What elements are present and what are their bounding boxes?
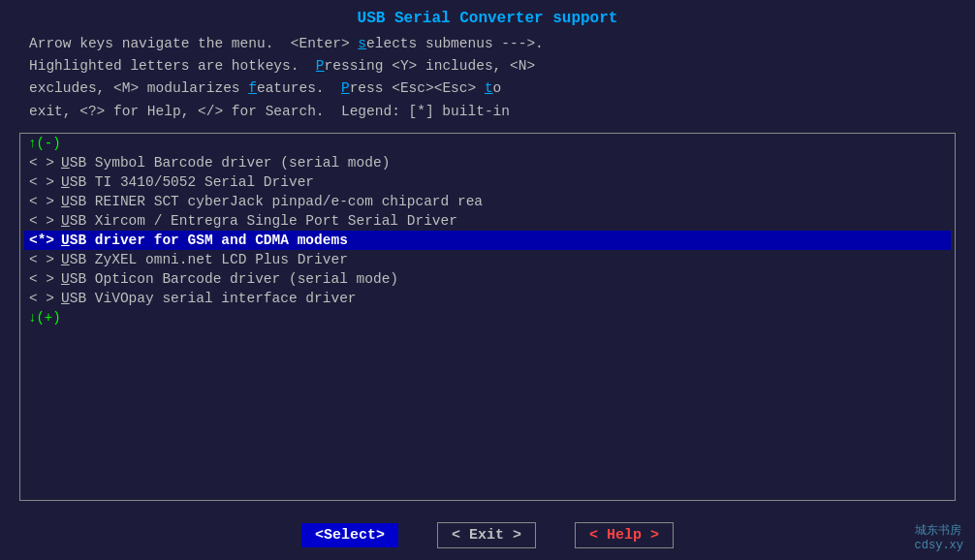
item-label: USB Xircom / Entregra Single Port Serial…: [61, 213, 457, 229]
scroll-top-indicator: ↑(-): [20, 134, 955, 153]
desc-line-3: excludes, <M> modularizes features. Pres…: [29, 78, 946, 100]
bottom-bar: <Select> < Exit > < Help >: [0, 509, 975, 560]
item-bracket: < >: [28, 174, 55, 190]
menu-item-ti3410[interactable]: < > USB TI 3410/5052 Serial Driver: [24, 172, 951, 192]
desc-line-2: Highlighted letters are hotkeys. Pressin…: [29, 55, 946, 78]
item-bracket: < >: [28, 271, 55, 287]
item-bracket: <*>: [28, 233, 55, 248]
help-button[interactable]: < Help >: [575, 522, 674, 548]
item-bracket: < >: [28, 194, 55, 209]
menu-item-vivopay[interactable]: < > USB ViVOpay serial interface driver: [24, 289, 951, 308]
main-screen: USB Serial Converter support Arrow keys …: [0, 0, 975, 560]
scroll-bottom-indicator: ↓(+): [20, 308, 955, 327]
title-bar: USB Serial Converter support: [0, 0, 975, 31]
menu-item-zyxel[interactable]: < > USB ZyXEL omni.net LCD Plus Driver: [24, 250, 951, 269]
item-label: USB Opticon Barcode driver (serial mode): [61, 271, 398, 287]
item-bracket: < >: [28, 291, 55, 306]
watermark: 城东书房cdsy.xy: [915, 522, 963, 552]
item-bracket: < >: [28, 252, 55, 267]
desc-line-4: exit, <?> for Help, </> for Search. Lege…: [29, 101, 946, 123]
exit-button[interactable]: < Exit >: [437, 522, 536, 548]
item-bracket: < >: [28, 213, 55, 229]
menu-item-symbol-barcode[interactable]: < > USB Symbol Barcode driver (serial mo…: [24, 153, 951, 172]
menu-items-list: < > USB Symbol Barcode driver (serial mo…: [20, 153, 955, 308]
menu-list-container: ↑(-) < > USB Symbol Barcode driver (seri…: [19, 133, 956, 501]
description-area: Arrow keys navigate the menu. <Enter> se…: [0, 31, 975, 125]
item-label: USB ViVOpay serial interface driver: [61, 291, 357, 306]
item-label: USB Symbol Barcode driver (serial mode): [61, 155, 390, 171]
menu-item-reiner-sct[interactable]: < > USB REINER SCT cyberJack pinpad/e-co…: [24, 192, 951, 211]
item-label: USB driver for GSM and CDMA modems: [61, 233, 348, 248]
select-button[interactable]: <Select>: [301, 523, 398, 547]
item-label: USB REINER SCT cyberJack pinpad/e-com ch…: [61, 194, 483, 209]
menu-item-opticon[interactable]: < > USB Opticon Barcode driver (serial m…: [24, 269, 951, 289]
item-bracket: < >: [28, 155, 55, 171]
desc-line-1: Arrow keys navigate the menu. <Enter> se…: [29, 33, 946, 55]
window-title: USB Serial Converter support: [358, 10, 618, 27]
menu-item-gsm-cdma[interactable]: <*> USB driver for GSM and CDMA modems: [24, 231, 951, 250]
menu-item-xircom[interactable]: < > USB Xircom / Entregra Single Port Se…: [24, 211, 951, 231]
item-label: USB ZyXEL omni.net LCD Plus Driver: [61, 252, 348, 267]
item-label: USB TI 3410/5052 Serial Driver: [61, 174, 314, 190]
